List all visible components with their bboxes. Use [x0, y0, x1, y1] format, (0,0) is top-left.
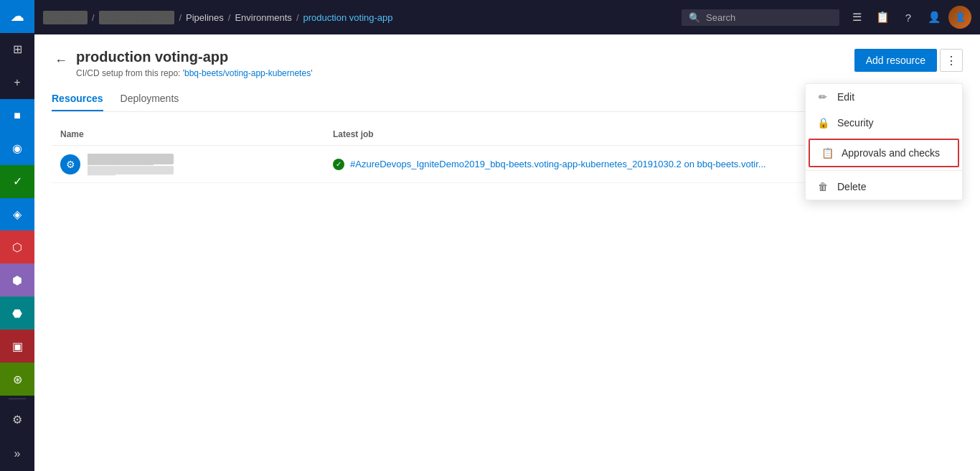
- sidebar-item-add[interactable]: +: [0, 66, 34, 99]
- ext3-icon: ⊛: [13, 373, 22, 386]
- dropdown-security-label: Security: [837, 117, 874, 129]
- help-icon[interactable]: ?: [897, 6, 920, 29]
- sidebar-item-ext1[interactable]: ⬣: [0, 297, 34, 330]
- resource-name-text: ██████████: [88, 154, 174, 164]
- header-actions: Add resource ⋮: [854, 49, 963, 72]
- tab-deployments[interactable]: Deployments: [121, 87, 179, 111]
- tab-resources[interactable]: Resources: [52, 87, 103, 111]
- more-options-button[interactable]: ⋮: [940, 49, 963, 72]
- overview-icon: ■: [14, 109, 21, 122]
- testplans-icon: ⬡: [12, 241, 22, 254]
- sidebar-item-home[interactable]: ⊞: [0, 33, 34, 66]
- sidebar-divider: [9, 398, 26, 399]
- sidebar-item-settings[interactable]: ⚙: [0, 402, 34, 437]
- breadcrumb-sep3: /: [228, 12, 231, 23]
- ext1-icon: ⬣: [12, 307, 22, 320]
- sidebar-item-boards[interactable]: ◉: [0, 132, 34, 165]
- col-header-name: Name: [60, 129, 333, 139]
- success-icon: ✓: [333, 159, 344, 170]
- user-settings-icon[interactable]: 👤: [923, 6, 946, 29]
- sidebar-item-repos[interactable]: ✓: [0, 165, 34, 198]
- topnav: █████ / ████████ / Pipelines / Environme…: [34, 0, 980, 34]
- sidebar-item-ext3[interactable]: ⊛: [0, 363, 34, 396]
- repo-link[interactable]: bbq-beets/voting-app-kubernetes: [184, 68, 311, 78]
- search-label: Search: [706, 12, 735, 23]
- breadcrumb-sep1: /: [92, 12, 95, 23]
- dropdown-item-approvals[interactable]: 📋 Approvals and checks: [809, 139, 959, 167]
- home-icon: ⊞: [13, 42, 22, 56]
- sidebar-item-ext2[interactable]: ▣: [0, 330, 34, 363]
- breadcrumb-environments[interactable]: Environments: [235, 12, 291, 23]
- sidebar: ☁ ⊞ + ■ ◉ ✓ ◈ ⬡ ⬢ ⬣ ▣ ⊛ ⚙ »: [0, 0, 34, 471]
- page-subtitle: CI/CD setup from this repo: 'bbq-beets/v…: [76, 68, 312, 78]
- breadcrumb-project: ████████: [99, 11, 175, 24]
- add-resource-button[interactable]: Add resource: [854, 49, 937, 72]
- expand-icon: »: [14, 447, 21, 460]
- resource-name: ██████████ █████: [88, 154, 174, 174]
- breadcrumb-sep2: /: [179, 12, 182, 23]
- resource-sub-text: █████: [88, 166, 174, 174]
- search-icon: 🔍: [689, 12, 700, 23]
- add-icon: +: [14, 76, 20, 89]
- dropdown-menu: ✏ Edit 🔒 Security 📋 Approvals and checks…: [805, 83, 963, 200]
- edit-icon: ✏: [817, 91, 829, 103]
- breadcrumb-pipelines[interactable]: Pipelines: [186, 12, 224, 23]
- trash-icon: 🗑: [817, 181, 829, 192]
- dropdown-item-security[interactable]: 🔒 Security: [806, 110, 962, 136]
- sidebar-logo[interactable]: ☁: [0, 0, 34, 33]
- resource-icon: ⚙: [60, 154, 80, 174]
- page-title-section: production voting-app CI/CD setup from t…: [76, 49, 312, 78]
- search-box[interactable]: 🔍 Search: [682, 9, 839, 26]
- artifacts-icon: ⬢: [12, 274, 22, 287]
- content-area: ← production voting-app CI/CD setup from…: [34, 34, 980, 197]
- sidebar-item-expand[interactable]: »: [0, 437, 34, 471]
- list-icon[interactable]: ☰: [845, 6, 868, 29]
- page-title: production voting-app: [76, 49, 312, 65]
- logo-icon: ☁: [11, 9, 24, 24]
- boards-icon: ◉: [12, 141, 22, 155]
- breadcrumb-current: production voting-app: [303, 12, 393, 23]
- main-content: ← production voting-app CI/CD setup from…: [34, 34, 980, 471]
- repos-icon: ✓: [13, 174, 22, 188]
- sidebar-item-artifacts[interactable]: ⬢: [0, 264, 34, 297]
- dropdown-item-edit[interactable]: ✏ Edit: [806, 84, 962, 110]
- sidebar-item-overview[interactable]: ■: [0, 99, 34, 132]
- topnav-icons: ☰ 📋 ? 👤 👤: [845, 6, 971, 29]
- kubernetes-icon: ⚙: [66, 159, 75, 170]
- approvals-icon: 📋: [821, 147, 833, 159]
- settings-icon: ⚙: [12, 413, 22, 426]
- back-button[interactable]: ←: [52, 50, 70, 71]
- dropdown-approvals-label: Approvals and checks: [842, 147, 940, 159]
- page-header: ← production voting-app CI/CD setup from…: [52, 49, 963, 78]
- page-header-left: ← production voting-app CI/CD setup from…: [52, 49, 312, 78]
- sidebar-item-pipelines[interactable]: ◈: [0, 198, 34, 231]
- dropdown-separator: [806, 170, 962, 171]
- clipboard-icon[interactable]: 📋: [871, 6, 894, 29]
- lock-icon: 🔒: [817, 117, 829, 129]
- avatar[interactable]: 👤: [948, 6, 971, 29]
- ext2-icon: ▣: [12, 340, 23, 353]
- dropdown-edit-label: Edit: [837, 91, 854, 103]
- breadcrumb-org: █████: [43, 11, 88, 24]
- pipelines-icon: ◈: [13, 207, 22, 221]
- dropdown-delete-label: Delete: [837, 181, 866, 192]
- breadcrumb-sep4: /: [296, 12, 299, 23]
- resource-name-cell: ⚙ ██████████ █████: [60, 154, 333, 174]
- dropdown-item-delete[interactable]: 🗑 Delete: [806, 174, 962, 200]
- breadcrumb: █████ / ████████ / Pipelines / Environme…: [43, 11, 682, 24]
- sidebar-item-testplans[interactable]: ⬡: [0, 230, 34, 264]
- job-link[interactable]: #AzureDevops_IgniteDemo2019_bbq-beets.vo…: [350, 159, 766, 169]
